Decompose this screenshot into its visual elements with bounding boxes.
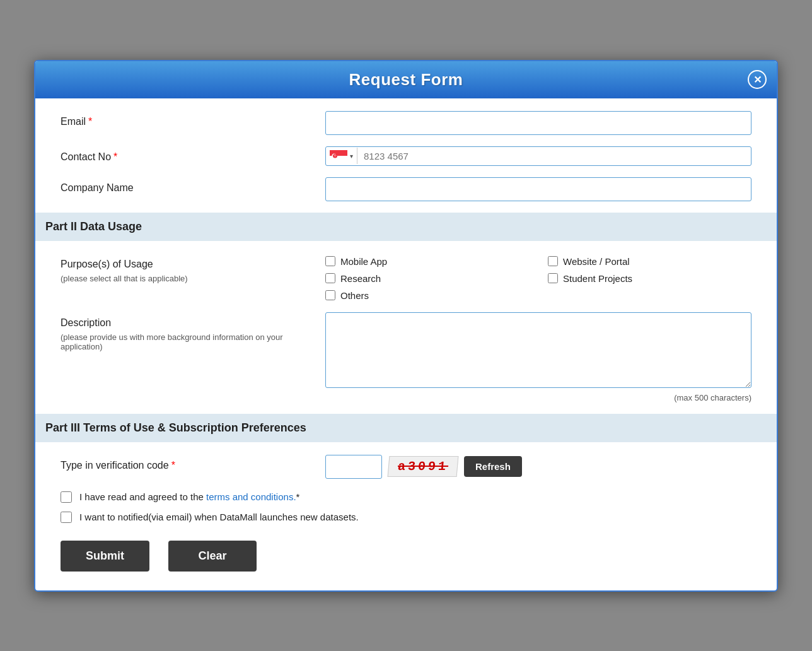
checkbox-website: Website / Portal [548, 256, 751, 267]
company-input-wrap [325, 177, 751, 201]
purposes-label: Purpose(s) of Usage (please select all t… [61, 254, 325, 283]
checkbox-others-label: Others [340, 290, 369, 301]
checkbox-mobile-app: Mobile App [325, 256, 529, 267]
max-chars-label: (max 500 characters) [325, 393, 751, 402]
agree-notify-label: I want to notified(via email) when DataM… [79, 512, 359, 522]
terms-link[interactable]: terms and conditions. [206, 491, 296, 502]
modal-body: Email* Contact No* [35, 98, 777, 590]
captcha-image: a3091 [388, 456, 459, 477]
checkbox-mobile-input[interactable] [325, 256, 335, 266]
description-input-wrap: (max 500 characters) [325, 312, 751, 402]
part2-header: Part II Data Usage [35, 213, 777, 241]
email-row: Email* [61, 111, 751, 135]
purposes-row: Purpose(s) of Usage (please select all t… [61, 254, 751, 301]
checkbox-student-input[interactable] [548, 273, 558, 283]
agree-notify-row: I want to notified(via email) when DataM… [61, 512, 751, 523]
email-input-wrap [325, 111, 751, 135]
purposes-checkboxes: Mobile App Website / Portal Research Stu… [325, 254, 751, 301]
agree-notify-checkbox[interactable] [61, 512, 72, 523]
verification-input-row: a3091 Refresh [325, 455, 751, 479]
country-dropdown-arrow: ▾ [350, 153, 353, 160]
submit-button[interactable]: Submit [61, 541, 149, 572]
verification-input[interactable] [325, 455, 382, 479]
part3-title: Part III Terms of Use & Subscription Pre… [45, 421, 306, 434]
modal-title: Request Form [349, 70, 463, 90]
phone-row: ▾ [325, 146, 751, 166]
verification-label: Type in verification code* [61, 455, 325, 471]
description-label: Description (please provide us with more… [61, 312, 325, 351]
buttons-row: Submit Clear [61, 541, 751, 572]
description-textarea[interactable] [325, 312, 751, 388]
contact-input-wrap: ▾ [325, 146, 751, 166]
company-label: Company Name [61, 177, 325, 194]
checkbox-others-input[interactable] [325, 290, 335, 300]
country-selector[interactable]: ▾ [326, 148, 357, 164]
checkbox-website-label: Website / Portal [563, 256, 630, 267]
modal-header: Request Form ✕ [35, 61, 777, 98]
agree-terms-row: I have read and agreed to the terms and … [61, 491, 751, 503]
contact-row: Contact No* [61, 146, 751, 166]
email-label: Email* [61, 111, 325, 127]
checkbox-student-label: Student Projects [563, 273, 632, 284]
verification-row: Type in verification code* a3091 Refresh [61, 455, 751, 479]
checkbox-research: Research [325, 273, 529, 284]
contact-label: Contact No* [61, 146, 325, 163]
company-input[interactable] [325, 177, 751, 201]
email-input[interactable] [325, 111, 751, 135]
checkbox-student: Student Projects [548, 273, 751, 284]
agree-section: I have read and agreed to the terms and … [61, 491, 751, 523]
description-row: Description (please provide us with more… [61, 312, 751, 402]
checkbox-mobile-label: Mobile App [340, 256, 387, 267]
company-row: Company Name [61, 177, 751, 201]
sg-flag-icon [330, 150, 347, 161]
part3-header: Part III Terms of Use & Subscription Pre… [35, 414, 777, 442]
modal-container: Request Form ✕ Email* Contact No* [34, 60, 778, 592]
refresh-button[interactable]: Refresh [464, 456, 522, 477]
clear-button[interactable]: Clear [168, 541, 257, 572]
phone-input[interactable] [357, 147, 751, 165]
agree-terms-checkbox[interactable] [61, 491, 72, 503]
checkbox-website-input[interactable] [548, 256, 558, 266]
checkbox-research-input[interactable] [325, 273, 335, 283]
close-button[interactable]: ✕ [748, 70, 767, 89]
agree-terms-label: I have read and agreed to the terms and … [79, 491, 299, 502]
checkbox-research-label: Research [340, 273, 381, 284]
checkboxes-grid: Mobile App Website / Portal Research Stu… [325, 254, 751, 301]
verification-controls: a3091 Refresh [325, 455, 751, 479]
checkbox-others: Others [325, 290, 529, 301]
part2-title: Part II Data Usage [45, 220, 142, 233]
